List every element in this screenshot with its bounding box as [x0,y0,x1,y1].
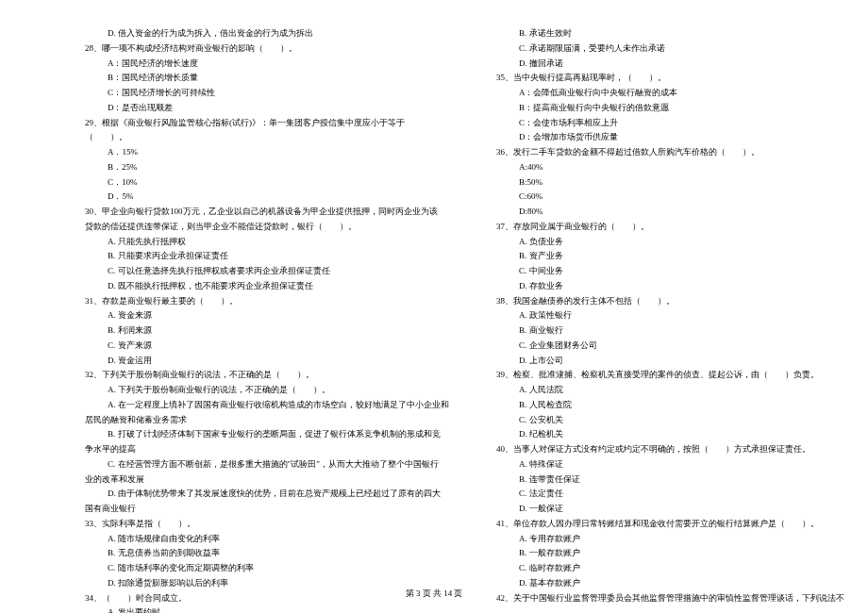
text-line: 29、根据《商业银行风险监管核心指标(试行)》：单一集团客户授信集中度应小于等于 [85,116,449,131]
text-line: 39、检察、批准逮捕、检察机关直接受理的案件的侦查、提起公诉，由（ ）负责。 [496,368,844,383]
text-line: 35、当中央银行提高再贴现率时，（ ）。 [496,71,844,86]
text-line: D：会增加市场货币供应量 [496,130,844,145]
text-line: B. 人民检查院 [496,398,844,413]
text-line: B．25% [85,160,449,175]
text-line: C. 临时存款账户 [496,561,844,576]
text-line: （ ）。 [85,130,449,145]
text-line: 41、单位存款人因办理日常转账结算和现金收付需要开立的银行结算账户是（ ）。 [496,517,844,532]
text-line: D. 上市公司 [496,354,844,369]
text-line: A. 特殊保证 [496,457,844,472]
text-line: B:50% [496,175,844,191]
text-line: D. 纪检机关 [496,427,844,442]
text-line: A. 政策性银行 [496,308,844,323]
text-line: B：提高商业银行向中央银行的借款意愿 [496,101,844,116]
text-line: 37、存放同业属于商业银行的（ ）。 [496,220,844,235]
text-line: A：会降低商业银行向中央银行融资的成本 [496,86,844,101]
text-line: B：国民经济的增长质量 [85,71,449,86]
text-line: A. 随市场规律自由变化的利率 [85,532,449,547]
text-line: C. 法定责任 [496,487,844,502]
text-line: D. 资金运用 [85,354,449,369]
text-line: D．5% [85,190,449,205]
text-line: B. 打破了计划经济体制下国家专业银行的垄断局面，促进了银行体系竞争机制的形成和… [85,427,449,442]
text-line: C. 资产来源 [85,339,449,354]
text-line: D:80% [496,205,844,220]
page-number: 第 3 页 共 14 页 [0,588,868,600]
text-line: A．15% [85,145,449,160]
text-line: 28、哪一项不构成经济结构对商业银行的影响（ ）。 [85,41,449,57]
text-line: B. 商业银行 [496,323,844,339]
text-line: D. 既不能执行抵押权，也不能要求丙企业承担保证责任 [85,279,449,294]
text-line: B. 利润来源 [85,323,449,339]
text-line: 33、实际利率是指（ ）。 [85,517,449,532]
text-line: C. 中间业务 [496,264,844,279]
text-line: A. 在一定程度上填补了因国有商业银行收缩机构造成的市场空白，较好地满足了中小企… [85,398,449,413]
text-line: 40、当事人对保证方式没有约定或约定不明确的，按照（ ）方式承担保证责任。 [496,442,844,457]
text-line: B. 只能要求丙企业承担保证责任 [85,249,449,264]
text-line: B. 连带责任保证 [496,472,844,488]
text-line: B. 无息债券当前的到期收益率 [85,546,449,561]
text-line: C．10% [85,175,449,191]
text-line: 居民的融资和储蓄业务需求 [85,413,449,428]
text-line: C：国民经济增长的可持续性 [85,86,449,101]
text-line: A. 专用存款账户 [496,532,844,547]
text-line: C. 公安机关 [496,413,844,428]
right-column: B. 承诺生效时C. 承诺期限届满，受要约人未作出承诺D. 撤回承诺35、当中央… [496,26,844,613]
text-line: B. 一般存款账户 [496,546,844,561]
text-line: A：国民经济的增长速度 [85,57,449,72]
text-line: D：是否出现顺差 [85,101,449,116]
text-line: A. 资金来源 [85,308,449,323]
text-line: D. 撤回承诺 [496,57,844,72]
text-line: C. 承诺期限届满，受要约人未作出承诺 [496,41,844,57]
text-line: A. 发出要约时 [85,605,449,613]
text-line: 36、发行二手车贷款的金额不得超过借款人所购汽车价格的（ ）。 [496,145,844,160]
text-line: A. 人民法院 [496,383,844,398]
text-line: D. 一般保证 [496,502,844,517]
page-content: D. 借入资金的行为成为拆入，借出资金的行为成为拆出28、哪一项不构成经济结构对… [0,0,868,613]
text-line: 国有商业银行 [85,502,449,517]
text-line: C. 随市场利率的变化而定期调整的利率 [85,561,449,576]
text-line: C. 企业集团财务公司 [496,339,844,354]
left-column: D. 借入资金的行为成为拆入，借出资金的行为成为拆出28、哪一项不构成经济结构对… [85,26,449,613]
text-line: 30、甲企业向银行贷款100万元，乙企业以自己的机器设备为甲企业提供抵押，同时丙… [85,205,449,220]
text-line: B. 资产业务 [496,249,844,264]
text-line: 32、下列关于股份制商业银行的说法，不正确的是（ ）。 [85,368,449,383]
text-line: 38、我国金融债券的发行主体不包括（ ）。 [496,294,844,309]
text-line: 31、存款是商业银行最主要的（ ）。 [85,294,449,309]
text-line: A. 负债业务 [496,235,844,250]
text-line: C:60% [496,190,844,205]
text-line: B. 承诺生效时 [496,26,844,41]
text-line: C. 可以任意选择先执行抵押权或者要求丙企业承担保证责任 [85,264,449,279]
text-line: A. 只能先执行抵押权 [85,235,449,250]
text-line: D. 借入资金的行为成为拆入，借出资金的行为成为拆出 [85,26,449,41]
text-line: 业的改革和发展 [85,472,449,488]
text-line: 争水平的提高 [85,442,449,457]
text-line: A:40% [496,160,844,175]
text-line: C：会使市场利率相应上升 [496,116,844,131]
text-line: 贷款的偿还提供连带保证，则当甲企业不能偿还贷款时，银行（ ）。 [85,220,449,235]
text-line: A. 下列关于股份制商业银行的说法，不正确的是（ ）。 [85,383,449,398]
text-line: D. 存款业务 [496,279,844,294]
text-line: D. 由于体制优势带来了其发展速度快的优势，目前在总资产规模上已经超过了原有的四… [85,487,449,502]
text-line: C. 在经营管理方面不断创新，是很多重大措施的"试验田"，从而大大推动了整个中国… [85,457,449,472]
